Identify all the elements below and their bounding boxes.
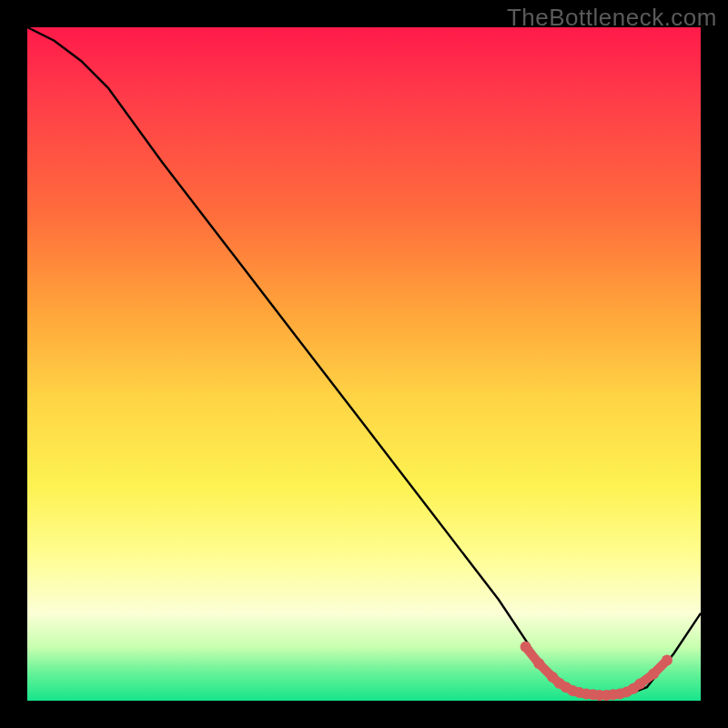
chart-overlay-svg (27, 27, 701, 701)
plot-area (27, 27, 701, 701)
watermark-text: TheBottleneck.com (507, 4, 717, 32)
marker-beads (521, 642, 672, 701)
chart-frame: TheBottleneck.com (0, 0, 728, 728)
curve-path (27, 27, 701, 697)
marker-dot (662, 655, 672, 666)
